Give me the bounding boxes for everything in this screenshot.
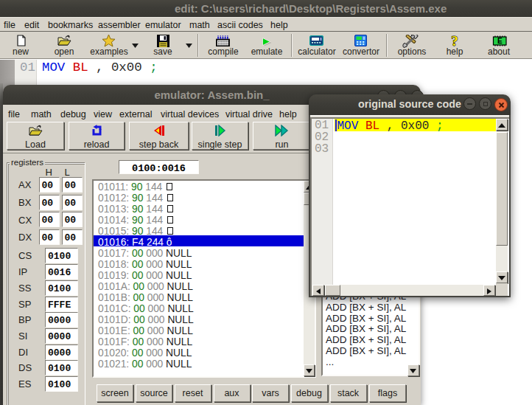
svg-text:E: E bbox=[497, 37, 503, 45]
